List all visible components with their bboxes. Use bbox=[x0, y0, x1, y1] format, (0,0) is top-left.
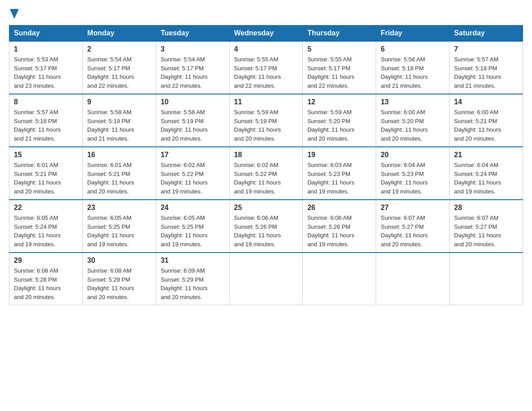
day-number: 31 bbox=[161, 257, 225, 265]
day-number: 22 bbox=[14, 204, 78, 212]
calendar-day-cell: 17 Sunrise: 6:02 AMSunset: 5:22 PMDaylig… bbox=[156, 147, 229, 200]
calendar-day-cell: 13 Sunrise: 6:00 AMSunset: 5:20 PMDaylig… bbox=[376, 94, 450, 147]
day-info: Sunrise: 6:07 AMSunset: 5:27 PMDaylight:… bbox=[381, 214, 445, 248]
calendar-day-cell: 7 Sunrise: 5:57 AMSunset: 5:18 PMDayligh… bbox=[450, 41, 523, 94]
header-friday: Friday bbox=[376, 26, 450, 42]
header-wednesday: Wednesday bbox=[229, 26, 303, 42]
calendar-day-cell: 9 Sunrise: 5:58 AMSunset: 5:19 PMDayligh… bbox=[82, 94, 156, 147]
day-number: 2 bbox=[87, 45, 151, 53]
calendar-empty-cell bbox=[303, 253, 376, 305]
calendar-day-cell: 16 Sunrise: 6:01 AMSunset: 5:21 PMDaylig… bbox=[82, 147, 156, 200]
header-sunday: Sunday bbox=[9, 26, 83, 42]
calendar-day-cell: 27 Sunrise: 6:07 AMSunset: 5:27 PMDaylig… bbox=[376, 200, 450, 253]
calendar-day-cell: 25 Sunrise: 6:06 AMSunset: 5:26 PMDaylig… bbox=[229, 200, 303, 253]
day-info: Sunrise: 5:54 AMSunset: 5:17 PMDaylight:… bbox=[87, 55, 151, 90]
day-number: 14 bbox=[454, 98, 518, 106]
day-number: 4 bbox=[234, 45, 298, 53]
calendar-day-cell: 24 Sunrise: 6:05 AMSunset: 5:25 PMDaylig… bbox=[156, 200, 229, 253]
day-info: Sunrise: 5:57 AMSunset: 5:18 PMDaylight:… bbox=[14, 108, 78, 143]
day-number: 1 bbox=[14, 45, 78, 53]
day-info: Sunrise: 5:59 AMSunset: 5:20 PMDaylight:… bbox=[307, 108, 371, 143]
day-info: Sunrise: 5:53 AMSunset: 5:17 PMDaylight:… bbox=[14, 55, 78, 90]
calendar-day-cell: 5 Sunrise: 5:55 AMSunset: 5:17 PMDayligh… bbox=[303, 41, 376, 94]
calendar-week-row: 15 Sunrise: 6:01 AMSunset: 5:21 PMDaylig… bbox=[9, 147, 523, 200]
calendar-day-cell: 20 Sunrise: 6:04 AMSunset: 5:23 PMDaylig… bbox=[376, 147, 450, 200]
calendar-day-cell: 19 Sunrise: 6:03 AMSunset: 5:23 PMDaylig… bbox=[303, 147, 376, 200]
calendar-day-cell: 10 Sunrise: 5:58 AMSunset: 5:19 PMDaylig… bbox=[156, 94, 229, 147]
day-info: Sunrise: 6:01 AMSunset: 5:21 PMDaylight:… bbox=[14, 161, 78, 196]
day-number: 11 bbox=[234, 98, 298, 106]
day-info: Sunrise: 6:04 AMSunset: 5:24 PMDaylight:… bbox=[454, 161, 518, 196]
day-number: 26 bbox=[307, 204, 371, 212]
day-number: 24 bbox=[161, 204, 225, 212]
calendar-day-cell: 12 Sunrise: 5:59 AMSunset: 5:20 PMDaylig… bbox=[303, 94, 376, 147]
calendar-empty-cell bbox=[229, 253, 303, 305]
day-info: Sunrise: 5:59 AMSunset: 5:19 PMDaylight:… bbox=[234, 108, 298, 143]
calendar-day-cell: 29 Sunrise: 6:08 AMSunset: 5:28 PMDaylig… bbox=[9, 253, 83, 305]
calendar-week-row: 1 Sunrise: 5:53 AMSunset: 5:17 PMDayligh… bbox=[9, 41, 523, 94]
day-info: Sunrise: 6:00 AMSunset: 5:20 PMDaylight:… bbox=[381, 108, 445, 143]
logo bbox=[9, 9, 19, 21]
day-number: 29 bbox=[14, 257, 78, 265]
header-tuesday: Tuesday bbox=[156, 26, 229, 42]
day-info: Sunrise: 5:54 AMSunset: 5:17 PMDaylight:… bbox=[161, 55, 225, 90]
calendar-day-cell: 30 Sunrise: 6:08 AMSunset: 5:29 PMDaylig… bbox=[82, 253, 156, 305]
day-number: 7 bbox=[454, 45, 518, 53]
calendar-day-cell: 15 Sunrise: 6:01 AMSunset: 5:21 PMDaylig… bbox=[9, 147, 83, 200]
header-monday: Monday bbox=[82, 26, 156, 42]
day-number: 10 bbox=[161, 98, 225, 106]
day-info: Sunrise: 6:02 AMSunset: 5:22 PMDaylight:… bbox=[234, 161, 298, 196]
calendar-day-cell: 22 Sunrise: 6:05 AMSunset: 5:24 PMDaylig… bbox=[9, 200, 83, 253]
calendar-week-row: 29 Sunrise: 6:08 AMSunset: 5:28 PMDaylig… bbox=[9, 253, 523, 305]
header-thursday: Thursday bbox=[303, 26, 376, 42]
day-info: Sunrise: 5:58 AMSunset: 5:19 PMDaylight:… bbox=[161, 108, 225, 143]
day-number: 20 bbox=[381, 151, 445, 159]
calendar-day-cell: 21 Sunrise: 6:04 AMSunset: 5:24 PMDaylig… bbox=[450, 147, 523, 200]
day-number: 27 bbox=[381, 204, 445, 212]
day-info: Sunrise: 6:00 AMSunset: 5:21 PMDaylight:… bbox=[454, 108, 518, 143]
calendar-day-cell: 23 Sunrise: 6:05 AMSunset: 5:25 PMDaylig… bbox=[82, 200, 156, 253]
calendar-week-row: 22 Sunrise: 6:05 AMSunset: 5:24 PMDaylig… bbox=[9, 200, 523, 253]
day-info: Sunrise: 5:58 AMSunset: 5:19 PMDaylight:… bbox=[87, 108, 151, 143]
calendar-day-cell: 31 Sunrise: 6:09 AMSunset: 5:29 PMDaylig… bbox=[156, 253, 229, 305]
calendar-day-cell: 18 Sunrise: 6:02 AMSunset: 5:22 PMDaylig… bbox=[229, 147, 303, 200]
day-info: Sunrise: 5:57 AMSunset: 5:18 PMDaylight:… bbox=[454, 55, 518, 90]
day-number: 9 bbox=[87, 98, 151, 106]
calendar-day-cell: 1 Sunrise: 5:53 AMSunset: 5:17 PMDayligh… bbox=[9, 41, 83, 94]
day-number: 28 bbox=[454, 204, 518, 212]
day-info: Sunrise: 5:55 AMSunset: 5:17 PMDaylight:… bbox=[307, 55, 371, 90]
calendar-day-cell: 2 Sunrise: 5:54 AMSunset: 5:17 PMDayligh… bbox=[82, 41, 156, 94]
day-number: 16 bbox=[87, 151, 151, 159]
day-info: Sunrise: 5:55 AMSunset: 5:17 PMDaylight:… bbox=[234, 55, 298, 90]
day-number: 13 bbox=[381, 98, 445, 106]
day-info: Sunrise: 6:04 AMSunset: 5:23 PMDaylight:… bbox=[381, 161, 445, 196]
calendar-empty-cell bbox=[376, 253, 450, 305]
day-number: 23 bbox=[87, 204, 151, 212]
calendar-day-cell: 14 Sunrise: 6:00 AMSunset: 5:21 PMDaylig… bbox=[450, 94, 523, 147]
calendar-day-cell: 4 Sunrise: 5:55 AMSunset: 5:17 PMDayligh… bbox=[229, 41, 303, 94]
day-number: 12 bbox=[307, 98, 371, 106]
day-number: 8 bbox=[14, 98, 78, 106]
calendar-day-cell: 26 Sunrise: 6:06 AMSunset: 5:26 PMDaylig… bbox=[303, 200, 376, 253]
calendar-day-cell: 11 Sunrise: 5:59 AMSunset: 5:19 PMDaylig… bbox=[229, 94, 303, 147]
day-info: Sunrise: 6:02 AMSunset: 5:22 PMDaylight:… bbox=[161, 161, 225, 196]
day-info: Sunrise: 6:05 AMSunset: 5:25 PMDaylight:… bbox=[161, 214, 225, 248]
day-number: 25 bbox=[234, 204, 298, 212]
logo-arrow-icon bbox=[10, 9, 19, 21]
calendar-day-cell: 28 Sunrise: 6:07 AMSunset: 5:27 PMDaylig… bbox=[450, 200, 523, 253]
calendar-header-row: SundayMondayTuesdayWednesdayThursdayFrid… bbox=[9, 26, 523, 42]
day-number: 21 bbox=[454, 151, 518, 159]
day-info: Sunrise: 5:56 AMSunset: 5:18 PMDaylight:… bbox=[381, 55, 445, 90]
day-number: 17 bbox=[161, 151, 225, 159]
calendar-table: SundayMondayTuesdayWednesdayThursdayFrid… bbox=[9, 25, 523, 305]
header-saturday: Saturday bbox=[450, 26, 523, 42]
svg-marker-0 bbox=[10, 9, 19, 19]
day-info: Sunrise: 6:06 AMSunset: 5:26 PMDaylight:… bbox=[234, 214, 298, 248]
day-number: 3 bbox=[161, 45, 225, 53]
day-number: 6 bbox=[381, 45, 445, 53]
day-info: Sunrise: 6:05 AMSunset: 5:25 PMDaylight:… bbox=[87, 214, 151, 248]
day-number: 5 bbox=[307, 45, 371, 53]
calendar-day-cell: 3 Sunrise: 5:54 AMSunset: 5:17 PMDayligh… bbox=[156, 41, 229, 94]
day-info: Sunrise: 6:06 AMSunset: 5:26 PMDaylight:… bbox=[307, 214, 371, 248]
day-number: 30 bbox=[87, 257, 151, 265]
